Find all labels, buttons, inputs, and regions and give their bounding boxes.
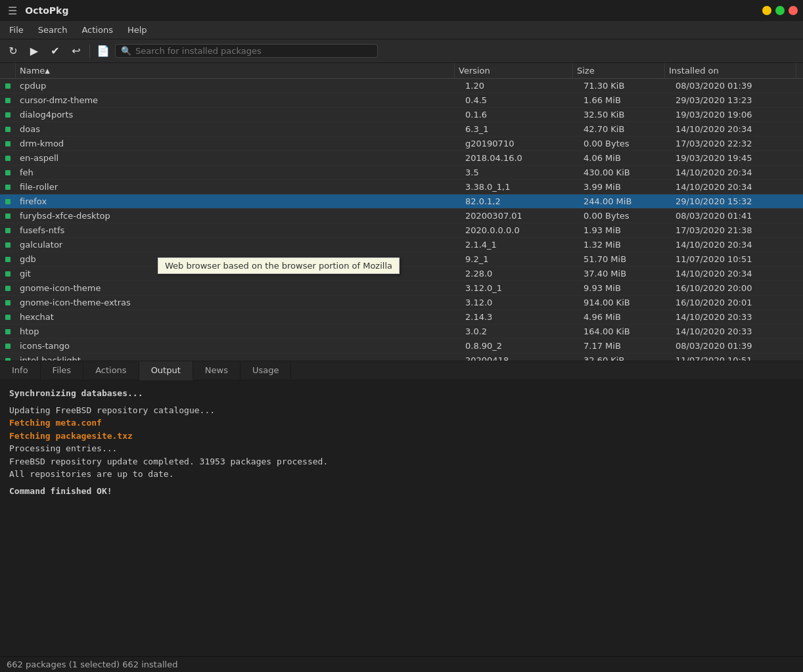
table-row[interactable]: galculator 2.1.4_1 1.32 MiB 14/10/2020 2… (0, 238, 803, 252)
table-row[interactable]: furybsd-xfce-desktop 20200307.01 0.00 By… (0, 209, 803, 223)
row-version: 3.0.2 (461, 326, 580, 336)
row-name: fusefs-ntfs (16, 225, 461, 235)
menu-actions[interactable]: Actions (75, 23, 120, 37)
row-version: 2.1.4_1 (461, 240, 580, 250)
row-installed: 08/03/2020 01:39 (672, 81, 803, 91)
tab-usage[interactable]: Usage (241, 361, 292, 380)
row-installed: 19/03/2020 19:45 (672, 153, 803, 163)
table-row[interactable]: intel-backlight 20200418 32.60 KiB 11/07… (0, 353, 803, 361)
row-indicator (0, 213, 16, 219)
search-box: 🔍 (115, 44, 378, 58)
menu-search[interactable]: Search (32, 23, 74, 37)
row-name: cpdup (16, 81, 461, 91)
row-name: drm-kmod (16, 139, 461, 148)
output-area: Synchronizing databases...Updating FreeB… (0, 380, 803, 656)
app-title: OctoPkg (25, 5, 757, 16)
tab-files[interactable]: Files (41, 361, 84, 380)
installed-dot (5, 170, 11, 175)
output-line: All repositories are up to date. (9, 468, 794, 481)
table-row[interactable]: gnome-icon-theme-extras 3.12.0 914.00 Ki… (0, 296, 803, 310)
row-installed: 14/10/2020 20:33 (672, 312, 803, 322)
row-installed: 16/10/2020 20:00 (672, 283, 803, 293)
row-version: 3.5 (461, 168, 580, 177)
row-size: 37.40 MiB (580, 269, 672, 279)
table-row[interactable]: git 2.28.0 37.40 MiB 14/10/2020 20:34 (0, 267, 803, 281)
status-text: 662 packages (1 selected) 662 installed (7, 660, 177, 669)
row-installed: 19/03/2020 19:06 (672, 110, 803, 120)
tab-output[interactable]: Output (139, 361, 193, 380)
undo-button[interactable]: ↩ (67, 42, 85, 60)
table-row[interactable]: hexchat 2.14.3 4.96 MiB 14/10/2020 20:33 (0, 310, 803, 325)
tab-news[interactable]: News (193, 361, 241, 380)
row-size: 9.93 MiB (580, 283, 672, 293)
table-row[interactable]: file-roller 3.38.0_1,1 3.99 MiB 14/10/20… (0, 180, 803, 194)
file-button[interactable]: 📄 (94, 42, 112, 60)
col-installed[interactable]: Installed on (665, 63, 796, 78)
row-name: gnome-icon-theme-extras (16, 298, 461, 307)
row-installed: 17/03/2020 21:38 (672, 225, 803, 235)
col-size[interactable]: Size (573, 63, 665, 78)
table-row[interactable]: htop 3.0.2 164.00 KiB 14/10/2020 20:33 (0, 325, 803, 339)
col-indicator (0, 63, 16, 78)
table-row[interactable]: dialog4ports 0.1.6 32.50 KiB 19/03/2020 … (0, 108, 803, 122)
table-row[interactable]: feh 3.5 430.00 KiB 14/10/2020 20:34 (0, 166, 803, 180)
menu-file[interactable]: File (3, 23, 30, 37)
tab-info[interactable]: Info (0, 361, 41, 380)
table-header: Name Version Size Installed on (0, 63, 803, 79)
row-version: 20200307.01 (461, 211, 580, 221)
row-size: 4.06 MiB (580, 153, 672, 163)
row-size: 914.00 KiB (580, 298, 672, 307)
row-indicator (0, 315, 16, 320)
row-indicator (0, 358, 16, 361)
maximize-button[interactable] (775, 6, 785, 15)
table-row[interactable]: en-aspell 2018.04.16.0 4.06 MiB 19/03/20… (0, 151, 803, 166)
table-row[interactable]: cpdup 1.20 71.30 KiB 08/03/2020 01:39 (0, 79, 803, 93)
row-name: gnome-icon-theme (16, 283, 461, 293)
table-row[interactable]: fusefs-ntfs 2020.0.0.0.0 1.93 MiB 17/03/… (0, 223, 803, 238)
row-indicator (0, 300, 16, 305)
row-version: 82.0.1,2 (461, 196, 580, 206)
close-button[interactable] (789, 6, 798, 15)
minimize-button[interactable] (762, 6, 771, 15)
refresh-button[interactable]: ↻ (4, 42, 22, 60)
forward-button[interactable]: ▶ (25, 42, 43, 60)
installed-dot (5, 315, 11, 320)
search-input[interactable] (135, 46, 372, 56)
menu-icon[interactable]: ☰ (5, 3, 20, 18)
row-name: icons-tango (16, 341, 461, 351)
installed-dot (5, 127, 11, 132)
tab-actions[interactable]: Actions (83, 361, 139, 380)
apply-button[interactable]: ✔ (46, 42, 64, 60)
package-table-wrapper: Name Version Size Installed on cpdup 1.2… (0, 63, 803, 361)
row-indicator (0, 127, 16, 132)
bottom-panel: Info Files Actions Output News Usage Syn… (0, 361, 803, 656)
table-row[interactable]: drm-kmod g20190710 0.00 Bytes 17/03/2020… (0, 137, 803, 151)
row-version: 6.3_1 (461, 124, 580, 134)
installed-dot (5, 271, 11, 277)
row-version: 2018.04.16.0 (461, 153, 580, 163)
package-list[interactable]: cpdup 1.20 71.30 KiB 08/03/2020 01:39 cu… (0, 79, 803, 361)
row-version: 9.2_1 (461, 254, 580, 264)
table-row[interactable]: cursor-dmz-theme 0.4.5 1.66 MiB 29/03/20… (0, 93, 803, 108)
row-size: 1.93 MiB (580, 225, 672, 235)
row-indicator (0, 199, 16, 204)
table-row[interactable]: firefox 82.0.1,2 244.00 MiB 29/10/2020 1… (0, 194, 803, 209)
table-row[interactable]: gnome-icon-theme 3.12.0_1 9.93 MiB 16/10… (0, 281, 803, 296)
table-row[interactable]: icons-tango 0.8.90_2 7.17 MiB 08/03/2020… (0, 339, 803, 353)
row-size: 0.00 Bytes (580, 211, 672, 221)
installed-dot (5, 185, 11, 190)
row-installed: 11/07/2020 10:51 (672, 254, 803, 264)
col-name[interactable]: Name (16, 63, 455, 78)
row-name: furybsd-xfce-desktop (16, 211, 461, 221)
table-row[interactable]: gdb 9.2_1 51.70 MiB 11/07/2020 10:51 (0, 252, 803, 267)
table-row[interactable]: doas 6.3_1 42.70 KiB 14/10/2020 20:34 (0, 122, 803, 137)
row-version: 3.12.0_1 (461, 283, 580, 293)
row-size: 32.50 KiB (580, 110, 672, 120)
installed-dot (5, 300, 11, 305)
col-version[interactable]: Version (455, 63, 573, 78)
installed-dot (5, 156, 11, 161)
menu-help[interactable]: Help (121, 23, 154, 37)
row-size: 7.17 MiB (580, 341, 672, 351)
row-name: dialog4ports (16, 110, 461, 120)
installed-dot (5, 286, 11, 291)
